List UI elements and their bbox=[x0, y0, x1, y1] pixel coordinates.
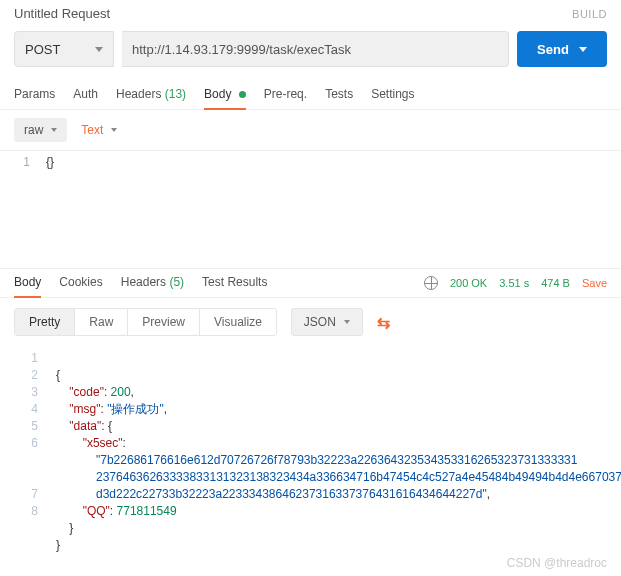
method-select[interactable]: POST bbox=[14, 31, 114, 67]
tab-settings[interactable]: Settings bbox=[371, 81, 414, 109]
response-time: 3.51 s bbox=[499, 277, 529, 289]
view-mode-group: Pretty Raw Preview Visualize bbox=[14, 308, 277, 336]
body-type-select[interactable]: raw bbox=[14, 118, 67, 142]
resp-tab-body[interactable]: Body bbox=[14, 269, 41, 297]
chevron-down-icon bbox=[111, 128, 117, 132]
tab-auth[interactable]: Auth bbox=[73, 81, 98, 109]
request-tabs: Params Auth Headers (13) Body Pre-req. T… bbox=[0, 77, 621, 110]
response-body-editor[interactable]: 1 2 3 4 5 6 7 8 { "code": 200, "msg": "操… bbox=[0, 346, 621, 576]
resp-tab-tests[interactable]: Test Results bbox=[202, 269, 267, 297]
resp-tab-headers[interactable]: Headers (5) bbox=[121, 269, 184, 297]
globe-icon[interactable] bbox=[424, 276, 438, 290]
tab-prereq[interactable]: Pre-req. bbox=[264, 81, 307, 109]
request-body-editor[interactable]: 1 {} bbox=[0, 150, 621, 268]
watermark: CSDN @threadroc bbox=[507, 556, 607, 570]
method-value: POST bbox=[25, 42, 95, 57]
view-visualize[interactable]: Visualize bbox=[200, 309, 276, 335]
resp-tab-cookies[interactable]: Cookies bbox=[59, 269, 102, 297]
wrap-lines-icon[interactable]: ⇆ bbox=[377, 313, 390, 332]
body-format-select[interactable]: Text bbox=[81, 123, 117, 137]
format-select[interactable]: JSON bbox=[291, 308, 363, 336]
send-button[interactable]: Send bbox=[517, 31, 607, 67]
response-code: { "code": 200, "msg": "操作成功", "data": { … bbox=[50, 346, 621, 558]
save-response[interactable]: Save bbox=[582, 277, 607, 289]
view-raw[interactable]: Raw bbox=[75, 309, 128, 335]
dot-icon bbox=[239, 91, 246, 98]
chevron-down-icon bbox=[344, 320, 350, 324]
url-input[interactable]: http://1.14.93.179:9999/task/execTask bbox=[122, 31, 509, 67]
line-gutter: 1 bbox=[0, 151, 40, 268]
code-area[interactable]: {} bbox=[40, 151, 621, 268]
tab-body[interactable]: Body bbox=[204, 81, 246, 109]
chevron-down-icon[interactable] bbox=[579, 47, 587, 52]
view-pretty[interactable]: Pretty bbox=[15, 309, 75, 335]
line-gutter: 1 2 3 4 5 6 7 8 bbox=[0, 346, 50, 558]
response-size: 474 B bbox=[541, 277, 570, 289]
view-preview[interactable]: Preview bbox=[128, 309, 200, 335]
build-label: BUILD bbox=[572, 8, 607, 20]
tab-headers[interactable]: Headers (13) bbox=[116, 81, 186, 109]
tab-tests[interactable]: Tests bbox=[325, 81, 353, 109]
request-title: Untitled Request bbox=[14, 6, 110, 21]
tab-params[interactable]: Params bbox=[14, 81, 55, 109]
chevron-down-icon bbox=[51, 128, 57, 132]
chevron-down-icon bbox=[95, 47, 103, 52]
status-code: 200 OK bbox=[450, 277, 487, 289]
